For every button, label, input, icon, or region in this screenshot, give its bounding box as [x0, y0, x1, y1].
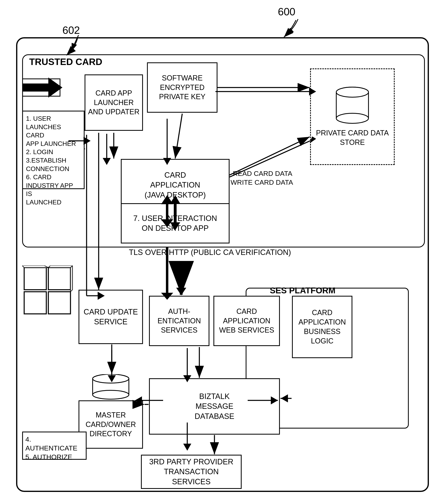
- launch-group: LAUNCH: [22, 78, 62, 97]
- card-update-service-box: CARD UPDATESERVICE: [78, 290, 143, 344]
- diagram: 600: [0, 0, 445, 504]
- user-interaction-box: 7. USER INTERACTIONON DESKTOP APP: [121, 203, 230, 243]
- third-party-box: 3RD PARTY PROVIDERTRANSACTION SERVICES: [141, 455, 242, 489]
- user-steps-box: 1. USER LAUNCHES CARDAPP LAUNCHER2. LOGI…: [22, 111, 85, 189]
- master-card-group: MASTERCARD/OWNERDIRECTORY: [78, 374, 143, 449]
- card-web-services-box: CARDAPPLICATIONWEB SERVICES: [213, 296, 280, 346]
- cylinder-icon: [334, 86, 370, 126]
- card-app-launcher-box: CARD APPLAUNCHERAND UPDATER: [85, 74, 143, 131]
- private-card-data-store-box: PRIVATE CARD DATA STORE: [310, 68, 395, 165]
- svg-marker-37: [22, 266, 48, 268]
- launch-arrow: [22, 78, 62, 97]
- trusted-card-label: TRUSTED CARD: [29, 56, 102, 67]
- svg-point-42: [93, 390, 129, 399]
- svg-point-31: [336, 113, 368, 123]
- private-card-label: PRIVATE CARD DATA STORE: [313, 128, 392, 147]
- auth-services-box: AUTH-ENTICATIONSERVICES: [149, 296, 209, 346]
- master-card-cylinder: [91, 374, 131, 400]
- svg-rect-33: [24, 268, 46, 290]
- biztalk-box: BIZTALKMESSAGEDATABASE: [149, 378, 280, 434]
- auth-authorize-box: 4. AUTHENTICATE5. AUTHORIZE: [22, 432, 87, 460]
- card-biz-logic-box: CARDAPPLICATIONBUSINESSLOGIC: [292, 296, 352, 358]
- label-600: 600: [278, 6, 295, 18]
- svg-rect-36: [48, 292, 71, 314]
- ses-platform-label: SES PLATFORM: [270, 286, 335, 295]
- svg-point-43: [93, 374, 129, 383]
- svg-marker-39: [48, 266, 73, 268]
- label-602: 602: [62, 24, 80, 36]
- software-encrypted-box: SOFTWAREENCRYPTEDPRIVATE KEY: [147, 62, 217, 113]
- read-write-label: -READ CARD DATAWRITE CARD DATA: [231, 169, 293, 187]
- master-card-box: MASTERCARD/OWNERDIRECTORY: [78, 400, 143, 449]
- tls-label: TLS OVER HTTP (PUBLIC CA VERIFICATION): [129, 248, 291, 257]
- svg-marker-38: [71, 266, 73, 292]
- svg-rect-34: [48, 268, 71, 290]
- server-cube-icon: [22, 266, 75, 318]
- svg-point-32: [336, 87, 368, 97]
- svg-rect-35: [24, 292, 46, 314]
